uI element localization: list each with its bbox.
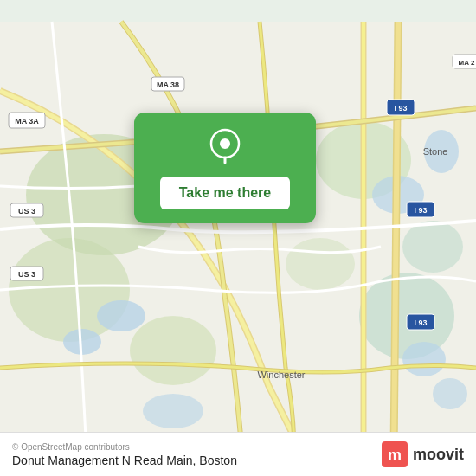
svg-point-8 (97, 300, 145, 331)
svg-text:I 93: I 93 (414, 318, 427, 327)
moovit-text: moovit (413, 446, 464, 464)
svg-text:MA 38: MA 38 (157, 80, 179, 89)
svg-text:US 3: US 3 (18, 207, 35, 215)
svg-text:Stone: Stone (423, 146, 448, 157)
svg-text:US 3: US 3 (18, 270, 35, 279)
svg-point-9 (63, 329, 101, 355)
bottom-bar: © OpenStreetMap contributors Donut Manag… (0, 432, 476, 476)
svg-text:MA 2: MA 2 (459, 59, 475, 67)
svg-point-6 (402, 221, 463, 273)
svg-point-3 (130, 316, 216, 385)
svg-point-34 (220, 138, 230, 149)
svg-point-14 (143, 394, 203, 428)
svg-point-12 (402, 342, 446, 376)
svg-text:MA 3A: MA 3A (15, 117, 39, 125)
moovit-logo: m moovit (382, 441, 464, 467)
location-card: Take me there (134, 113, 316, 223)
moovit-brand-icon: m (382, 441, 408, 467)
svg-text:m: m (388, 447, 402, 464)
svg-text:Winchester: Winchester (257, 370, 305, 380)
map-container: MA 3A US 3 US 3 MA 38 I 93 I 93 I 93 MA … (0, 0, 476, 476)
take-me-there-button[interactable]: Take me there (160, 177, 290, 209)
svg-text:I 93: I 93 (394, 104, 407, 113)
svg-point-13 (433, 378, 467, 409)
copyright-text: © OpenStreetMap contributors (12, 442, 237, 452)
pin-icon (206, 128, 244, 166)
svg-text:I 93: I 93 (414, 206, 427, 215)
svg-point-7 (286, 238, 355, 290)
bottom-bar-left: © OpenStreetMap contributors Donut Manag… (12, 442, 237, 467)
location-name: Donut Management N Read Main, Boston (12, 453, 237, 467)
